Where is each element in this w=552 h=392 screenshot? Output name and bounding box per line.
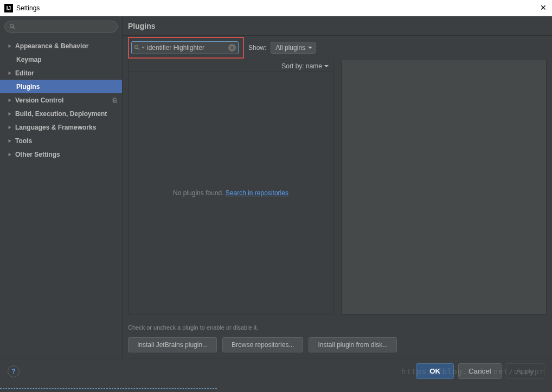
sidebar-item-version-control[interactable]: Version Control⎘ [0,93,122,107]
search-icon [9,23,16,30]
sidebar-search-input[interactable] [4,21,118,33]
sidebar-item-languages-frameworks[interactable]: Languages & Frameworks [0,120,122,134]
chevron-down-icon[interactable] [142,46,145,49]
svg-point-0 [10,24,14,28]
close-icon[interactable]: ✕ [540,3,547,12]
sidebar-item-label: Plugins [16,83,40,91]
page-title: Plugins [123,16,552,36]
sidebar-item-label: Tools [15,137,32,145]
sidebar-item-label: Appearance & Behavior [15,42,88,50]
help-icon[interactable]: ? [8,365,20,377]
svg-marker-7 [9,139,11,142]
plugin-list-panel: Sort by: name No plugins found. Search i… [128,60,333,314]
sidebar-item-label: Editor [15,69,34,77]
svg-marker-4 [9,98,11,101]
clear-search-icon[interactable] [228,44,236,52]
install-jetbrains-button[interactable]: Install JetBrains plugin... [128,337,217,352]
empty-text: No plugins found. [173,189,226,197]
plugin-search-field[interactable] [131,41,239,54]
copy-icon: ⎘ [113,97,117,104]
browse-repositories-button[interactable]: Browse repositories... [222,337,303,352]
svg-line-1 [13,27,15,29]
search-highlight [128,37,244,59]
sidebar-item-appearance-behavior[interactable]: Appearance & Behavior [0,39,122,53]
sidebar-item-other-settings[interactable]: Other Settings [0,147,122,161]
search-icon [134,44,140,51]
show-filter-dropdown[interactable]: All plugins [271,42,316,54]
svg-point-9 [135,46,138,49]
window-title: Settings [16,4,40,12]
svg-marker-6 [9,125,11,128]
titlebar: IJ Settings ✕ [0,0,552,16]
plugin-detail-panel [341,60,547,314]
svg-marker-5 [9,112,11,115]
cancel-button[interactable]: Cancel [458,363,502,379]
search-repositories-link[interactable]: Search in repositories [226,189,288,197]
dialog-footer: ? OK Cancel Apply [0,358,552,384]
chevron-right-icon [8,125,13,130]
sidebar-item-build-execution-deployment[interactable]: Build, Execution, Deployment [0,107,122,120]
sidebar-item-label: Version Control [15,97,63,104]
sidebar-item-label: Build, Execution, Deployment [15,110,107,118]
chevron-right-icon [8,139,13,143]
sort-dropdown[interactable]: Sort by: name [281,62,329,70]
sidebar-item-plugins[interactable]: Plugins [0,80,122,93]
sidebar-item-label: Other Settings [15,151,60,158]
content-area: Plugins Show: All plugins Sort by: na [123,16,552,358]
plugin-search-input[interactable] [147,44,228,52]
decorative-line [0,388,217,389]
sidebar-item-keymap[interactable]: Keymap [0,53,122,66]
app-icon: IJ [4,4,13,12]
chevron-right-icon [8,98,13,102]
svg-marker-3 [9,71,11,74]
empty-state: No plugins found. Search in repositories [129,72,333,314]
sidebar-item-label: Languages & Frameworks [15,124,96,131]
chevron-right-icon [8,112,13,116]
chevron-right-icon [8,152,13,157]
sidebar: Appearance & BehaviorKeymapEditorPlugins… [0,16,123,358]
svg-marker-11 [142,47,145,49]
install-from-disk-button[interactable]: Install plugin from disk... [309,337,397,352]
sidebar-item-tools[interactable]: Tools [0,134,122,147]
sidebar-item-editor[interactable]: Editor [0,66,122,80]
hint-text: Check or uncheck a plugin to enable or d… [123,320,552,335]
chevron-right-icon [8,71,13,75]
chevron-right-icon [8,44,13,48]
apply-button: Apply [506,363,544,379]
svg-marker-2 [9,44,11,47]
sidebar-item-label: Keymap [16,56,42,63]
ok-button[interactable]: OK [416,363,454,379]
show-label: Show: [248,44,266,52]
settings-tree: Appearance & BehaviorKeymapEditorPlugins… [0,37,122,161]
svg-line-10 [138,48,139,50]
svg-marker-8 [9,152,11,156]
